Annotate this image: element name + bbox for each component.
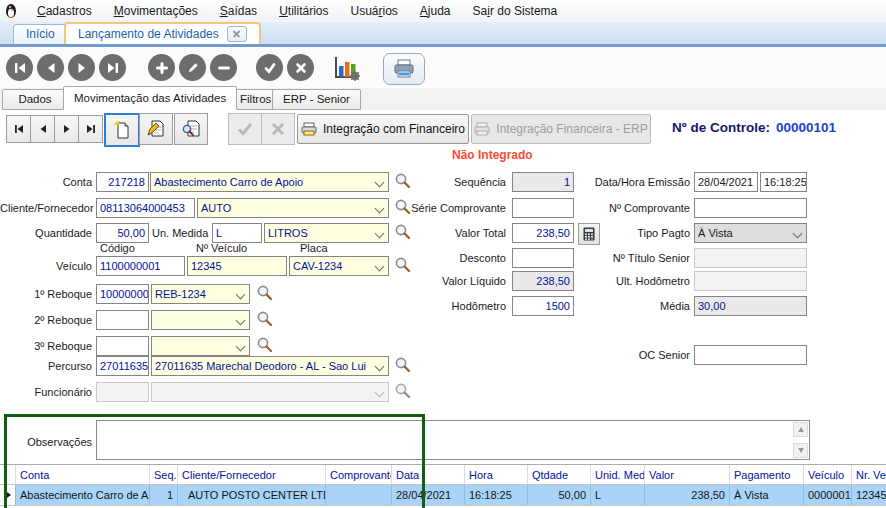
col-data[interactable]: Data [392,465,465,485]
oc-senior-label: OC Senior [586,345,690,365]
col-seq[interactable]: Seq. [150,465,178,485]
reboque3-lookup-icon[interactable] [256,336,274,354]
col-comprovante[interactable]: Comprovante [326,465,392,485]
menu-ajuda[interactable]: Ajuda [409,2,462,20]
desconto-field[interactable] [512,248,574,268]
col-valor[interactable]: Valor [645,465,730,485]
first-record-button[interactable] [6,54,33,81]
hodometro-label: Hodômetro [398,296,506,316]
last-record-button[interactable] [99,54,126,81]
next-record-button[interactable] [68,54,95,81]
un-medida-code-field[interactable]: L [212,223,262,243]
percurso-code-field[interactable]: 27011635 [96,356,149,376]
tab-lancamento-atividades[interactable]: Lançamento de Atividades [64,22,261,44]
reboque1-code-field[interactable]: 100000002 [96,284,149,304]
conta-label: Conta [0,172,92,192]
tipo-pagto-select[interactable]: À Vista [694,223,807,243]
percurso-lookup-icon[interactable] [394,356,412,374]
valor-total-field[interactable]: 238,50 [512,223,574,243]
col-conta[interactable]: Conta [16,465,150,485]
controle-number: Nº de Controle:00000101 [672,120,836,135]
hora-emissao-field[interactable]: 16:18:25 [760,172,807,192]
quantidade-field[interactable]: 50,00 [96,223,149,243]
confirm-button[interactable] [256,54,283,81]
tab-dados[interactable]: Dados [2,89,68,110]
col-nr-veiculo[interactable]: Nr. Veículo [852,465,886,485]
cancel-button[interactable] [287,54,314,81]
menu-usuarios[interactable]: Usuários [339,2,408,20]
cell-conta: Abastecimento Carro de Apoio [16,485,150,505]
menu-movimentacoes[interactable]: Movimentações [103,2,209,20]
tab-erp-senior[interactable]: ERP - Senior [272,89,361,110]
menu-saidas[interactable]: Saídas [209,2,268,20]
conta-desc-combo[interactable]: Abastecimento Carro de Apoio [150,172,389,192]
grid-last-button[interactable] [78,115,103,143]
current-row-arrow-icon [4,490,11,500]
new-document-button[interactable] [104,113,140,147]
col-qtdade[interactable]: Qtdade [528,465,591,485]
reboque2-code-field[interactable] [96,310,149,330]
apply-button-disabled [228,113,262,145]
ult-hodometro-label: Ult. Hodômetro [586,271,690,291]
search-document-button[interactable] [174,113,208,145]
reboque2-placa-combo[interactable] [151,310,250,330]
serie-comprovante-field[interactable] [512,198,574,218]
funcionario-code-field [96,382,149,402]
menu-utilitarios[interactable]: Utilitários [268,2,339,20]
grid-header-row: Conta Seq. Cliente/Fornecedor Comprovant… [0,465,886,485]
col-cliente-fornecedor[interactable]: Cliente/Fornecedor [178,465,326,485]
funcionario-lookup-icon[interactable] [394,382,412,400]
desconto-label: Desconto [398,248,506,268]
edit-record-button[interactable] [179,54,206,81]
col-unid-med[interactable]: Unid. Med. [591,465,645,485]
observacoes-textarea[interactable] [96,420,810,460]
col-veiculo[interactable]: Veículo [804,465,852,485]
scroll-up-icon[interactable] [793,422,808,437]
menu-cadastros[interactable]: Cadastros [26,2,103,20]
veiculo-placa-combo[interactable]: CAV-1234 [289,256,389,276]
oc-senior-field[interactable] [694,345,807,365]
grid-previous-button[interactable] [30,115,55,143]
col-pagamento[interactable]: Pagamento [730,465,804,485]
hodometro-field[interactable]: 1500 [512,296,574,316]
veiculo-nr-field[interactable]: 12345 [187,256,287,276]
close-tab-icon[interactable] [227,26,247,42]
grid-first-button[interactable] [6,115,31,143]
cliente-desc-combo[interactable]: AUTO [197,198,389,218]
previous-record-button[interactable] [37,54,64,81]
reboque1-placa-combo[interactable]: REB-1234 [151,284,250,304]
tab-label: Lançamento de Atividades [78,25,219,44]
edit-document-button[interactable] [139,113,173,145]
tab-movimentacao-atividades[interactable]: Movimentação das Atividades [63,86,237,110]
un-medida-desc-combo[interactable]: LITROS [264,223,389,243]
reboque1-lookup-icon[interactable] [256,284,274,302]
data-emissao-field[interactable]: 28/04/2021 [694,172,758,192]
grid-next-button[interactable] [54,115,79,143]
cliente-code-field[interactable]: 08113064000453 [96,198,195,218]
grid-selected-row[interactable]: Abastecimento Carro de Apoio 1 AUTO POST… [0,485,886,506]
integration-icon [301,122,317,136]
veiculo-code-field[interactable]: 1100000001 [96,256,185,276]
nr-comprovante-label: Nº Comprovante [586,198,690,218]
print-button[interactable] [383,53,425,85]
observacoes-label: Observações [0,432,92,452]
chart-button[interactable] [332,55,360,81]
reboque3-code-field[interactable] [96,336,149,356]
add-record-button[interactable] [148,54,175,81]
reboque3-placa-combo[interactable] [151,336,250,356]
conta-code-field[interactable]: 217218 [96,172,149,192]
tab-inicio[interactable]: Início [13,24,68,44]
percurso-desc-combo[interactable]: 27011635 Marechal Deodoro - AL - Sao Lui [151,356,389,376]
titulo-senior-label: Nº Título Senior [586,248,690,268]
scroll-down-icon[interactable] [793,443,808,458]
integracao-erp-label: Integração Financeira - ERP [496,122,647,136]
col-hora[interactable]: Hora [465,465,528,485]
reboque2-lookup-icon[interactable] [256,310,274,328]
reboque3-label: 3º Reboque [0,336,92,356]
menu-sair[interactable]: Sair do Sistema [462,2,569,20]
delete-record-button[interactable] [210,54,237,81]
nr-comprovante-field[interactable] [694,198,807,218]
form-area: Conta 217218 Abastecimento Carro de Apoi… [0,165,886,464]
edit-document-icon [146,119,166,139]
integracao-financeiro-button[interactable]: Integração com Financeiro [297,114,469,144]
